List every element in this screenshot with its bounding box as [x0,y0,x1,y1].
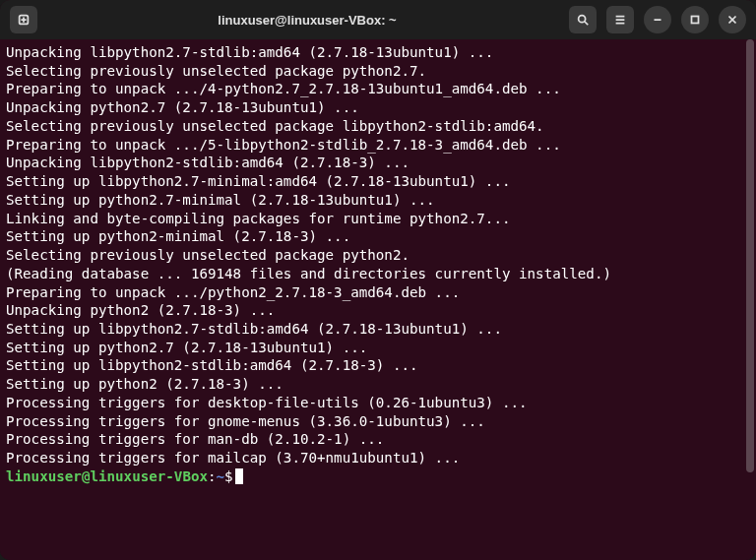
prompt-colon: : [208,468,217,484]
terminal-line: Setting up libpython2.7-minimal:amd64 (2… [6,172,750,191]
svg-rect-9 [692,17,699,24]
terminal-line: Processing triggers for man-db (2.10.2-1… [6,430,750,449]
search-icon [576,13,590,27]
menu-button[interactable] [606,6,634,33]
terminal-line: Processing triggers for mailcap (3.70+nm… [6,449,750,467]
minimize-icon [651,13,664,27]
cursor [235,468,243,484]
terminal-line: Setting up python2.7-minimal (2.7.18-13u… [6,191,750,210]
prompt-dollar: $ [224,468,233,484]
prompt-path: ~ [217,468,225,484]
terminal-line: Selecting previously unselected package … [6,117,750,136]
terminal-line: Setting up python2 (2.7.18-3) ... [6,375,750,394]
maximize-button[interactable] [681,6,709,33]
window-title: linuxuser@linuxuser-VBox: ~ [51,13,563,28]
new-tab-button[interactable] [10,6,37,33]
terminal-line: Preparing to unpack .../5-libpython2-std… [6,136,750,155]
minimize-button[interactable] [644,6,671,33]
prompt-line: linuxuser@linuxuser-VBox:~$ [6,467,750,486]
terminal-line: Unpacking python2.7 (2.7.18-13ubuntu1) .… [6,98,750,117]
terminal-line: Setting up libpython2-stdlib:amd64 (2.7.… [6,356,750,375]
terminal-line: Setting up libpython2.7-stdlib:amd64 (2.… [6,320,750,339]
svg-line-4 [585,22,589,26]
terminal-line: Linking and byte-compiling packages for … [6,210,750,228]
terminal-window: linuxuser@linuxuser-VBox: ~ Unpacking li… [0,0,756,560]
scrollbar[interactable] [746,39,754,472]
prompt-host: linuxuser-VBox [90,468,208,484]
prompt-user: linuxuser [6,468,82,484]
plus-tab-icon [17,13,31,27]
hamburger-icon [613,13,627,27]
terminal-line: Unpacking libpython2.7-stdlib:amd64 (2.7… [6,43,750,62]
titlebar: linuxuser@linuxuser-VBox: ~ [0,0,756,39]
terminal-line: Unpacking libpython2-stdlib:amd64 (2.7.1… [6,154,750,172]
terminal-line: Unpacking python2 (2.7.18-3) ... [6,301,750,320]
close-icon [725,13,739,27]
terminal-line: (Reading database ... 169148 files and d… [6,265,750,283]
terminal-body[interactable]: Unpacking libpython2.7-stdlib:amd64 (2.7… [0,39,756,560]
terminal-line: Selecting previously unselected package … [6,246,750,265]
terminal-line: Setting up python2.7 (2.7.18-13ubuntu1) … [6,339,750,357]
terminal-line: Processing triggers for desktop-file-uti… [6,394,750,412]
search-button[interactable] [569,6,597,33]
terminal-line: Setting up python2-minimal (2.7.18-3) ..… [6,227,750,246]
terminal-line: Processing triggers for gnome-menus (3.3… [6,412,750,431]
maximize-icon [688,13,702,27]
svg-point-3 [579,16,586,23]
terminal-line: Selecting previously unselected package … [6,62,750,81]
terminal-line: Preparing to unpack .../python2_2.7.18-3… [6,283,750,302]
close-button[interactable] [719,6,746,33]
terminal-line: Preparing to unpack .../4-python2.7_2.7.… [6,80,750,98]
